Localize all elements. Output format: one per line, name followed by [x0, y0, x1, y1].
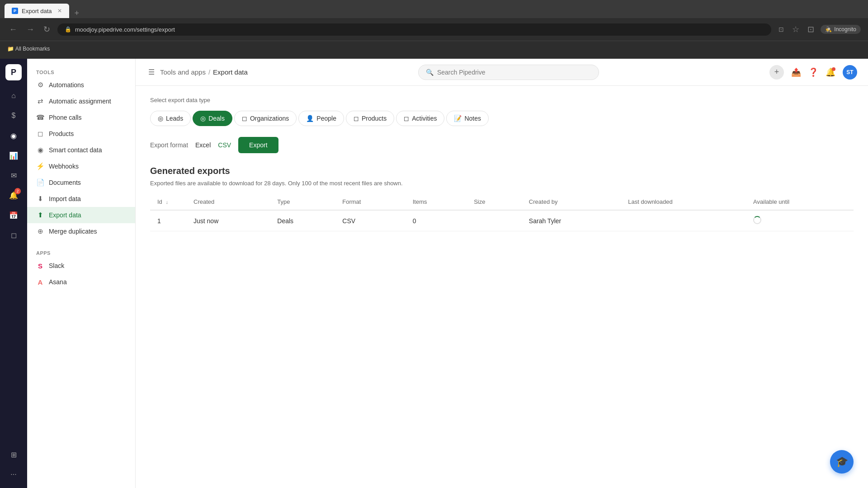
active-tab[interactable]: P Export data ✕ [5, 4, 69, 18]
menu-toggle-button[interactable]: ☰ [146, 66, 156, 78]
sidebar: TOOLS ⚙ Automations ⇄ Automatic assignme… [27, 59, 136, 488]
tab-activities-label: Activities [412, 115, 437, 122]
phone-calls-icon: ☎ [36, 113, 44, 122]
reload-button[interactable]: ↻ [42, 23, 52, 36]
col-header-format: Format [335, 194, 405, 210]
generated-exports-desc: Exported files are available to download… [150, 180, 854, 187]
nav-icon-home[interactable]: ⌂ [5, 88, 22, 104]
search-input[interactable] [437, 69, 591, 76]
col-header-id[interactable]: Id ↓ [150, 194, 186, 210]
cell-items: 0 [406, 210, 467, 231]
sidebar-item-asana-label: Asana [49, 278, 67, 286]
nav-icon-grid[interactable]: ⊞ [5, 446, 22, 463]
generated-exports-section: Generated exports Exported files are ava… [150, 166, 854, 231]
documents-icon: 📄 [36, 178, 44, 187]
nav-icon-box[interactable]: ◻ [5, 227, 22, 243]
screen-cast-button[interactable]: ⊡ [777, 24, 786, 35]
sidebar-item-automations[interactable]: ⚙ Automations [27, 77, 135, 93]
sidebar-item-webhooks-label: Webhooks [49, 163, 79, 170]
nav-icon-deals[interactable]: $ [5, 108, 22, 124]
help-button[interactable]: ❓ [808, 67, 818, 77]
sidebar-item-export-data-label: Export data [49, 211, 81, 219]
nav-icon-settings[interactable]: ◉ [5, 127, 22, 144]
automatic-assignment-icon: ⇄ [36, 97, 44, 105]
sidebar-item-automatic-assignment[interactable]: ⇄ Automatic assignment [27, 93, 135, 109]
sidebar-item-asana[interactable]: A Asana [27, 274, 135, 290]
activities-tab-icon: ◻ [404, 115, 409, 122]
share-button[interactable]: 📤 [791, 67, 801, 77]
forward-button[interactable]: → [24, 23, 36, 36]
slack-icon: S [36, 262, 44, 270]
back-button[interactable]: ← [7, 23, 19, 36]
sidebar-item-merge-duplicates[interactable]: ⊕ Merge duplicates [27, 223, 135, 239]
sidebar-item-merge-duplicates-label: Merge duplicates [49, 228, 97, 235]
deals-tab-icon: ◎ [200, 115, 206, 122]
header-left: ☰ Tools and apps / Export data [146, 66, 248, 78]
help-fab[interactable]: 🎓 [830, 450, 854, 474]
sidebar-item-documents[interactable]: 📄 Documents [27, 174, 135, 191]
tab-people[interactable]: 👤 People [298, 111, 344, 126]
people-tab-icon: 👤 [306, 115, 314, 122]
breadcrumb-parent[interactable]: Tools and apps [160, 68, 206, 76]
apps-section-label: APPS [27, 247, 135, 258]
new-tab-button[interactable]: + [71, 9, 83, 18]
sidebar-item-automatic-assignment-label: Automatic assignment [49, 98, 111, 105]
sidebar-item-smart-contact[interactable]: ◉ Smart contact data [27, 142, 135, 158]
export-button[interactable]: Export [238, 137, 278, 153]
tab-close-button[interactable]: ✕ [57, 8, 62, 14]
sidebar-item-slack[interactable]: S Slack [27, 258, 135, 274]
sidebar-item-webhooks[interactable]: ⚡ Webhooks [27, 158, 135, 174]
tab-products[interactable]: ◻ Products [346, 111, 394, 126]
tab-deals[interactable]: ◎ Deals [193, 111, 232, 126]
nav-icon-calendar[interactable]: 📅 [5, 207, 22, 223]
sidebar-item-products[interactable]: ◻ Products [27, 126, 135, 142]
cell-type: Deals [270, 210, 335, 231]
sidebar-item-automations-label: Automations [49, 81, 84, 89]
cell-format: CSV [335, 210, 405, 231]
lock-icon: 🔒 [65, 26, 71, 33]
breadcrumb-separator: / [208, 68, 210, 76]
loading-spinner [753, 216, 761, 224]
search-bar[interactable]: 🔍 [418, 65, 599, 80]
tab-leads[interactable]: ◎ Leads [150, 111, 191, 126]
notification-dot [832, 67, 835, 71]
sort-icon-id[interactable]: ↓ [165, 199, 168, 205]
sidebar-item-export-data[interactable]: ⬆ Export data [27, 207, 135, 223]
col-header-type: Type [270, 194, 335, 210]
notification-badge: 2 [14, 188, 21, 194]
breadcrumb-current: Export data [213, 68, 248, 76]
tab-notes-label: Notes [464, 115, 481, 122]
tab-organizations[interactable]: ◻ Organizations [234, 111, 297, 126]
left-rail: P ⌂ $ ◉ 📊 ✉ 🔔 2 📅 ◻ ⊞ ··· [0, 59, 27, 488]
notification-button[interactable]: 🔔 [826, 67, 835, 77]
sidebar-item-import-data-label: Import data [49, 195, 81, 202]
sidebar-item-phone-calls[interactable]: ☎ Phone calls [27, 109, 135, 126]
col-header-last-downloaded: Last downloaded [621, 194, 746, 210]
add-button[interactable]: + [769, 65, 784, 80]
tab-notes[interactable]: 📝 Notes [446, 111, 489, 126]
col-header-size: Size [467, 194, 522, 210]
cell-last-downloaded [621, 210, 746, 231]
sidebar-item-documents-label: Documents [49, 179, 81, 186]
table-row: 1 Just now Deals CSV 0 Sarah Tyler [150, 210, 854, 231]
tab-products-label: Products [362, 115, 387, 122]
tab-activities[interactable]: ◻ Activities [396, 111, 444, 126]
webhooks-icon: ⚡ [36, 162, 44, 170]
address-bar[interactable]: 🔒 moodjoy.pipedrive.com/settings/export [57, 23, 771, 36]
tab-deals-label: Deals [208, 115, 225, 122]
exports-table: Id ↓ Created Type Format Items Size Crea… [150, 194, 854, 231]
app-logo[interactable]: P [5, 64, 22, 80]
select-type-label: Select export data type [150, 97, 854, 103]
sidebar-item-import-data[interactable]: ⬇ Import data [27, 191, 135, 207]
nav-icon-chart[interactable]: 📊 [5, 147, 22, 164]
nav-icon-more[interactable]: ··· [5, 466, 22, 483]
nav-icon-mail[interactable]: ✉ [5, 167, 22, 183]
leads-tab-icon: ◎ [158, 115, 163, 122]
profile-button[interactable]: ⊡ [806, 23, 816, 36]
format-csv[interactable]: CSV [218, 141, 231, 149]
bookmark-button[interactable]: ☆ [790, 23, 801, 36]
avatar[interactable]: ST [843, 65, 857, 80]
nav-icon-notifications[interactable]: 🔔 2 [5, 187, 22, 203]
format-excel[interactable]: Excel [195, 141, 211, 149]
bookmarks-link[interactable]: 📁 All Bookmarks [7, 46, 50, 52]
